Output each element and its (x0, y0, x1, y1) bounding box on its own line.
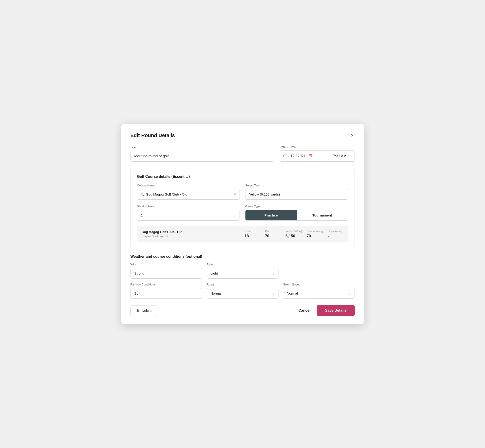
calendar-icon: 📅 (308, 154, 313, 158)
rough-dropdown[interactable]: Normal (207, 288, 278, 299)
hole-gametype-row: Starting Hole 1 ⌄ Game Type Practice Tou… (137, 205, 348, 221)
par-label: Par (265, 230, 269, 233)
rain-wrap: Light ⌄ (207, 268, 278, 279)
practice-button[interactable]: Practice (245, 210, 297, 220)
green-speed-label: Green Speed (283, 283, 355, 286)
course-info-location: Shelford Bottom, UK (142, 234, 240, 238)
weather-section: Weather and course conditions (optional)… (130, 255, 355, 299)
golf-course-section: Golf Course details (Essential) Course N… (130, 168, 355, 248)
delete-button[interactable]: 🗑 Delete (130, 305, 157, 316)
select-tee-dropdown[interactable]: Yellow (6,156 yards) (245, 189, 348, 200)
slope-rating-label: Slope rating (328, 230, 342, 233)
wind-wrap: Strong ⌄ (130, 268, 202, 279)
tournament-button[interactable]: Tournament (297, 210, 348, 220)
game-type-label: Game Type (245, 205, 348, 208)
yards-stat: Yards(Yellow) 6,156 (281, 230, 302, 238)
course-name-group: Course Name 🔍 ✕ (137, 184, 240, 200)
title-field-group: Title (130, 145, 274, 162)
fairway-dropdown[interactable]: Soft (130, 288, 202, 299)
wind-dropdown[interactable]: Strong (130, 268, 202, 279)
fairway-wrap: Soft ⌄ (130, 288, 202, 299)
par-stat: Par 70 (260, 230, 281, 238)
datetime-label: Date & Time (280, 145, 355, 149)
rain-label: Rain (207, 263, 278, 266)
wind-group: Wind Strong ⌄ (130, 263, 202, 279)
datetime-field-group: Date & Time 05 / 12 / 2021 📅 7:31 AM (280, 145, 355, 162)
delete-label: Delete (142, 309, 152, 312)
game-type-toggle: Practice Tournament (245, 210, 348, 221)
select-tee-wrap: Yellow (6,156 yards) ⌄ (245, 189, 348, 200)
footer-right: Cancel Save Details (299, 305, 355, 316)
footer-row: 🗑 Delete Cancel Save Details (130, 305, 355, 316)
time-value: 7:31 AM (333, 154, 347, 158)
starting-hole-group: Starting Hole 1 ⌄ (137, 205, 240, 221)
course-info-name-text: Gog Magog Golf Club - Old, (142, 230, 240, 234)
select-tee-group: Select Tee Yellow (6,156 yards) ⌄ (245, 184, 348, 200)
starting-hole-wrap: 1 ⌄ (137, 210, 240, 221)
title-input[interactable] (130, 151, 274, 162)
game-type-group: Game Type Practice Tournament (245, 205, 348, 221)
fairway-group: Fairway Conditions Soft ⌄ (130, 283, 202, 299)
edit-round-modal: Edit Round Details × Title Date & Time 0… (121, 124, 364, 324)
holes-value: 18 (244, 234, 249, 238)
starting-hole-label: Starting Hole (137, 205, 240, 208)
slope-rating-value: - (328, 234, 329, 238)
rain-group: Rain Light ⌄ (207, 263, 278, 279)
wind-rain-row: Wind Strong ⌄ Rain Light ⌄ (130, 263, 355, 279)
weather-title: Weather and course conditions (optional) (130, 255, 355, 259)
date-box[interactable]: 05 / 12 / 2021 📅 (280, 151, 325, 162)
datetime-field: 05 / 12 / 2021 📅 7:31 AM (280, 151, 355, 162)
course-rating-value: 70 (307, 234, 311, 238)
holes-label: Holes (244, 230, 252, 233)
green-speed-dropdown[interactable]: Normal (283, 288, 355, 299)
clear-icon[interactable]: ✕ (234, 192, 237, 196)
title-label: Title (130, 145, 274, 149)
wind-label: Wind (130, 263, 202, 266)
search-icon: 🔍 (140, 192, 145, 196)
modal-header: Edit Round Details × (130, 132, 355, 139)
modal-title: Edit Round Details (130, 133, 175, 138)
close-button[interactable]: × (350, 132, 355, 139)
course-input-wrap: 🔍 ✕ (137, 189, 240, 200)
yards-label: Yards(Yellow) (285, 230, 302, 233)
course-info-row: Gog Magog Golf Club - Old, Shelford Bott… (137, 226, 348, 242)
rough-label: Rough (207, 283, 278, 286)
trash-icon: 🗑 (136, 309, 140, 312)
cancel-button[interactable]: Cancel (299, 308, 310, 312)
yards-value: 6,156 (285, 234, 295, 238)
rough-wrap: Normal ⌄ (207, 288, 278, 299)
fairway-rough-green-row: Fairway Conditions Soft ⌄ Rough Normal ⌄ (130, 283, 355, 299)
course-tee-row: Course Name 🔍 ✕ Select Tee Yellow (6,156… (137, 184, 348, 200)
course-rating-stat: Course rating 70 (302, 230, 323, 238)
par-value: 70 (265, 234, 269, 238)
course-name-label: Course Name (137, 184, 240, 187)
course-name-input[interactable] (137, 189, 240, 200)
green-speed-group: Green Speed Normal ⌄ (283, 283, 355, 299)
fairway-label: Fairway Conditions (130, 283, 202, 286)
rough-group: Rough Normal ⌄ (207, 283, 278, 299)
course-info-name: Gog Magog Golf Club - Old, Shelford Bott… (142, 230, 240, 238)
top-row: Title Date & Time 05 / 12 / 2021 📅 7:31 … (130, 145, 355, 162)
date-value: 05 / 12 / 2021 (283, 154, 306, 158)
starting-hole-dropdown[interactable]: 1 (137, 210, 240, 221)
rain-dropdown[interactable]: Light (207, 268, 278, 279)
course-rating-label: Course rating (307, 230, 323, 233)
slope-rating-stat: Slope rating - (323, 230, 344, 238)
save-button[interactable]: Save Details (317, 305, 355, 316)
select-tee-label: Select Tee (245, 184, 348, 187)
time-box[interactable]: 7:31 AM (325, 151, 355, 162)
golf-section-title: Golf Course details (Essential) (137, 175, 348, 179)
holes-stat: Holes 18 (240, 230, 260, 238)
green-speed-wrap: Normal ⌄ (283, 288, 355, 299)
